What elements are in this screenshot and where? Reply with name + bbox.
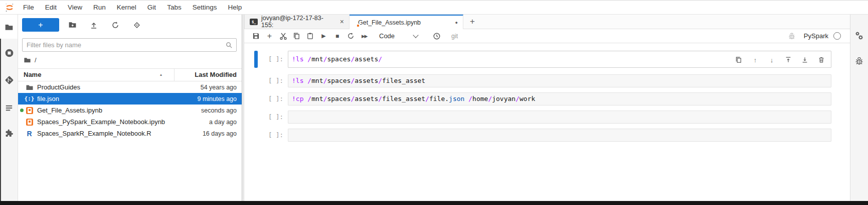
window-left-edge	[0, 39, 1, 201]
insert-cell-below-icon[interactable]	[801, 56, 809, 64]
running-sessions-icon[interactable]	[4, 48, 14, 58]
file-row-file-json[interactable]: {:} file.json 9 minutes ago	[18, 93, 242, 105]
extension-manager-icon[interactable]	[4, 128, 14, 138]
git-toolbar-label[interactable]: git	[451, 33, 458, 40]
column-header-last-modified[interactable]: Last Modified	[195, 71, 237, 78]
file-row-productguides[interactable]: ProductGuides 54 years ago	[18, 81, 242, 93]
cell-editor[interactable]: !cp /mnt/spaces/assets/files_asset/file.…	[288, 92, 831, 106]
filter-files-input[interactable]	[23, 41, 225, 49]
property-inspector-icon[interactable]	[854, 31, 864, 41]
window-bottom-edge	[0, 201, 868, 205]
folder-icon	[25, 83, 34, 91]
active-cell-collapser[interactable]	[254, 51, 258, 68]
upload-icon[interactable]	[89, 21, 98, 30]
menu-bar: File Edit View Run Kernel Git Tabs Setti…	[0, 0, 868, 15]
cell-editor[interactable]: !ls /mnt/spaces/assets/ ↑ ↓	[288, 51, 831, 68]
git-panel-icon[interactable]	[4, 75, 14, 85]
debugger-bug-icon[interactable]	[786, 31, 798, 42]
file-browser-icon[interactable]	[4, 22, 14, 32]
r-file-icon: R	[25, 129, 34, 138]
cell-type-value: Code	[379, 32, 395, 40]
file-browser-toolbar: +	[22, 18, 238, 32]
move-cell-down-icon[interactable]: ↓	[768, 56, 776, 64]
cut-cell-icon[interactable]	[276, 31, 290, 42]
kernel-name[interactable]: PySpark	[804, 32, 828, 40]
cell-prompt: [ ]:	[268, 51, 286, 68]
menu-view[interactable]: View	[62, 1, 88, 14]
file-list-header: Name ▴ Last Modified	[18, 69, 242, 81]
right-activity-bar	[850, 15, 868, 201]
home-folder-icon	[24, 56, 31, 64]
cell-toolbar: ↑ ↓	[735, 51, 825, 68]
cell-prompt: [ ]:	[268, 111, 286, 124]
execution-time-icon[interactable]	[430, 31, 443, 42]
column-header-name[interactable]: Name	[24, 71, 41, 78]
cell-prompt: [ ]:	[268, 92, 286, 106]
file-row-spaces-pyspark[interactable]: Spaces_PySpark_Example_Notebook.ipynb a …	[18, 116, 242, 128]
tab-terminal[interactable]: $_ jovyan@ip-172-17-83-155: ×	[244, 15, 350, 29]
main-dock-panel: $_ jovyan@ip-172-17-83-155: × Get_File_A…	[244, 15, 850, 201]
restart-kernel-icon[interactable]	[344, 31, 358, 42]
cell-type-select[interactable]: Code	[379, 32, 418, 40]
terminal-icon: $_	[250, 19, 258, 25]
tab-notebook[interactable]: Get_File_Assets.ipynb ●	[350, 15, 463, 29]
sort-ascending-icon[interactable]: ▴	[160, 72, 162, 77]
file-row-get-file-assets[interactable]: Get_File_Assets.ipynb seconds ago	[18, 105, 242, 116]
notebook-file-icon	[25, 118, 34, 126]
git-clone-icon[interactable]	[132, 21, 141, 30]
interrupt-kernel-icon[interactable]: ■	[330, 31, 344, 42]
save-icon[interactable]	[249, 31, 263, 42]
menu-kernel[interactable]: Kernel	[111, 1, 142, 14]
menu-help[interactable]: Help	[222, 1, 247, 14]
cell-prompt: [ ]:	[268, 129, 286, 142]
unsaved-changes-dot[interactable]: ●	[455, 20, 458, 25]
search-icon	[225, 41, 233, 49]
cell-editor[interactable]	[288, 111, 831, 124]
cell-editor[interactable]	[288, 129, 831, 142]
menu-settings[interactable]: Settings	[187, 1, 223, 14]
notebook-content: [ ]: !ls /mnt/spaces/assets/ ↑ ↓	[244, 43, 850, 201]
menu-git[interactable]: Git	[142, 1, 161, 14]
refresh-file-list-icon[interactable]	[111, 21, 120, 30]
file-row-spaces-sparkr[interactable]: R Spaces_SparkR_Example_Notebook.R 16 da…	[18, 128, 242, 139]
add-cell-icon[interactable]: +	[263, 31, 276, 42]
chevron-down-icon	[413, 32, 418, 38]
menu-file[interactable]: File	[18, 1, 40, 14]
insert-cell-above-icon[interactable]	[784, 56, 792, 64]
new-launcher-button[interactable]: +	[22, 18, 59, 32]
restart-run-all-icon[interactable]: ▶▶	[358, 31, 371, 42]
table-of-contents-icon[interactable]	[4, 103, 14, 113]
menu-edit[interactable]: Edit	[40, 1, 62, 14]
duplicate-cell-icon[interactable]	[735, 56, 743, 64]
close-tab-icon[interactable]: ×	[340, 18, 344, 25]
breadcrumb[interactable]: /	[24, 55, 37, 64]
column-separator	[174, 69, 175, 81]
copy-cell-icon[interactable]	[290, 31, 303, 42]
breadcrumb-root[interactable]: /	[35, 56, 37, 64]
cell-editor[interactable]: !ls /mnt/spaces/assets/files_asset	[288, 74, 831, 87]
dock-tab-bar: $_ jovyan@ip-172-17-83-155: × Get_File_A…	[244, 15, 850, 29]
kernel-status-icon[interactable]	[833, 32, 841, 40]
new-folder-icon[interactable]	[68, 21, 77, 30]
notebook-toolbar: + ▶ ■ ▶▶ Code git PySpark	[244, 29, 850, 43]
json-file-icon: {:}	[25, 94, 34, 103]
menu-tabs[interactable]: Tabs	[161, 1, 187, 14]
menu-run[interactable]: Run	[88, 1, 111, 14]
tab-terminal-label: jovyan@ip-172-17-83-155:	[261, 15, 335, 29]
kernel-running-dot	[20, 109, 24, 112]
filter-files-box	[22, 38, 237, 52]
new-tab-button[interactable]: +	[463, 15, 481, 29]
run-cell-icon[interactable]: ▶	[317, 31, 330, 42]
file-list: ProductGuides 54 years ago {:} file.json…	[18, 81, 242, 139]
delete-cell-icon[interactable]	[817, 56, 825, 64]
notebook-file-icon	[25, 106, 34, 115]
left-activity-bar	[0, 15, 18, 201]
move-cell-up-icon[interactable]: ↑	[751, 56, 759, 64]
jupyter-logo-icon	[5, 3, 15, 13]
file-browser-panel: + / Name ▴ Last Modified	[18, 15, 242, 201]
tab-notebook-label: Get_File_Assets.ipynb	[358, 19, 421, 26]
paste-cell-icon[interactable]	[303, 31, 317, 42]
debugger-panel-icon[interactable]	[854, 56, 864, 66]
cell-prompt: [ ]:	[268, 74, 286, 87]
